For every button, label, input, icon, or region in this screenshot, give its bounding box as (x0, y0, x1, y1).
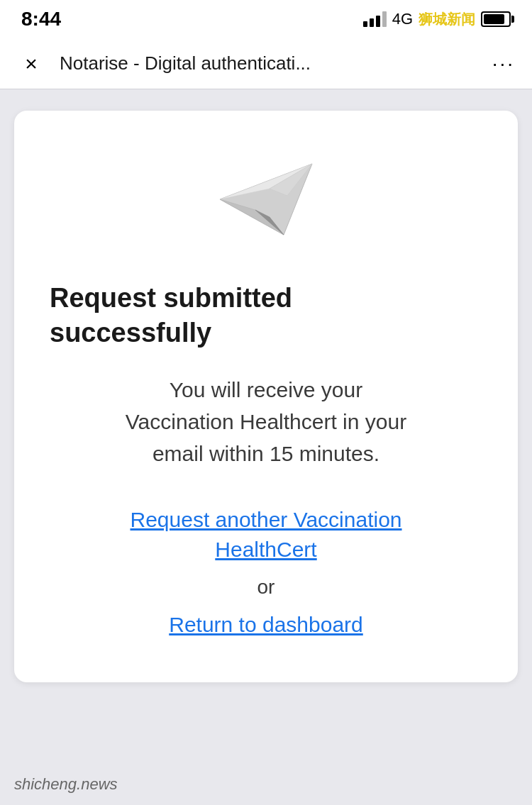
battery-icon (481, 11, 511, 27)
status-icons: 4G 狮城新闻 (363, 10, 511, 29)
footer: shicheng.news (0, 764, 532, 805)
news-label: 狮城新闻 (419, 10, 475, 29)
dashboard-link[interactable]: Return to dashboard (169, 610, 363, 640)
browser-bar: × Notarise - Digital authenticati... ··· (0, 38, 532, 89)
paper-plane-icon (209, 146, 323, 252)
network-label: 4G (392, 10, 413, 28)
status-time: 8:44 (21, 8, 61, 30)
signal-icon (363, 11, 387, 27)
status-bar: 8:44 4G 狮城新闻 (0, 0, 532, 38)
success-card: Request submittedsuccessfully You will r… (14, 111, 518, 682)
main-content: Request submittedsuccessfully You will r… (0, 89, 532, 764)
description-text: You will receive your Vaccination Health… (126, 374, 406, 470)
links-section: Request another VaccinationHealthCert or… (50, 505, 482, 640)
success-title: Request submittedsuccessfully (50, 281, 292, 351)
more-button[interactable]: ··· (492, 52, 515, 75)
or-text: or (257, 576, 275, 599)
watermark: shicheng.news (14, 775, 118, 794)
request-another-link[interactable]: Request another VaccinationHealthCert (130, 505, 401, 565)
close-button[interactable]: × (17, 50, 45, 78)
browser-title: Notarise - Digital authenticati... (60, 52, 478, 74)
